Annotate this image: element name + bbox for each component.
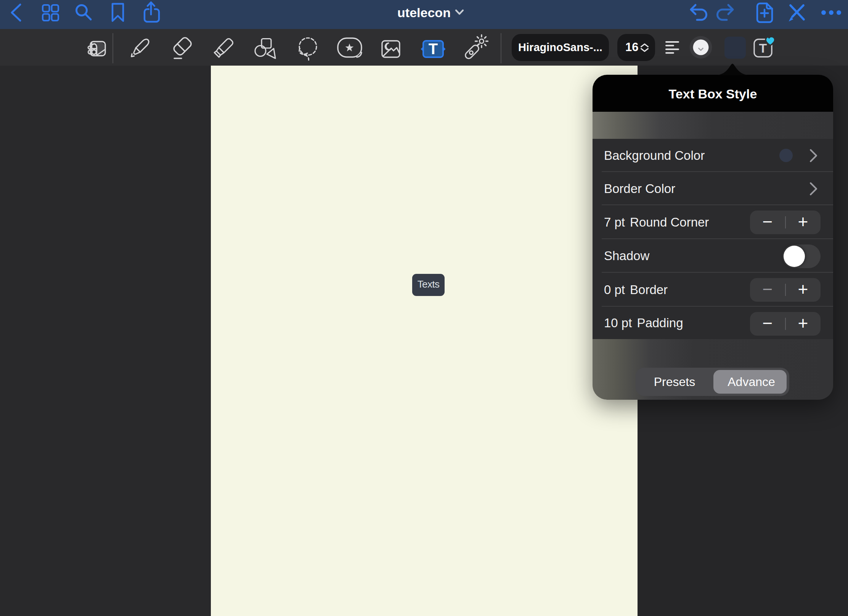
svg-text:T: T: [759, 41, 767, 55]
svg-text:T: T: [429, 40, 438, 57]
